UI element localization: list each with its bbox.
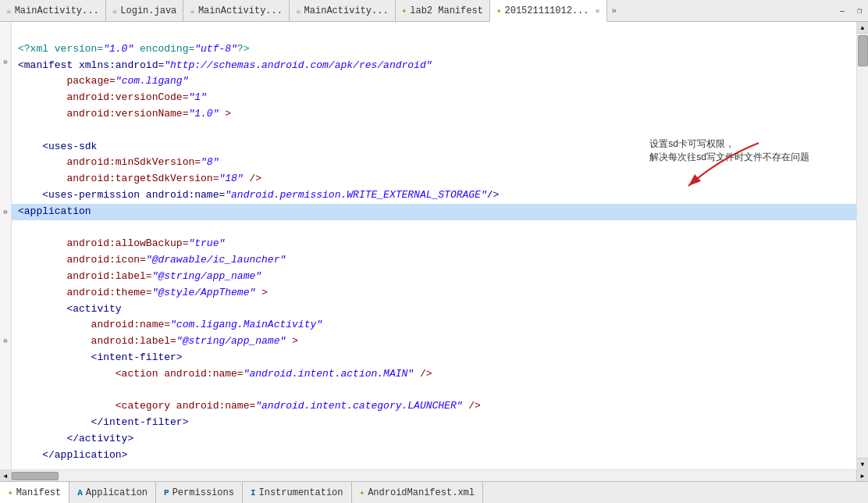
icon-attr: android:icon="@drawable/ic_launcher" bbox=[18, 254, 286, 266]
application-tab-label: Application bbox=[86, 487, 148, 498]
manifest-tag: <manifest xmlns:android="http://schemas.… bbox=[18, 59, 432, 71]
horizontal-scrollbar[interactable]: ◄ ► bbox=[0, 469, 868, 481]
androidmanifest-tab-label: AndroidManifest.xml bbox=[368, 487, 475, 498]
scroll-left-button[interactable]: ◄ bbox=[0, 470, 12, 481]
androidmanifest-tab-icon: ✦ bbox=[360, 487, 365, 498]
collapse-btn-1[interactable]: ⊖ bbox=[1, 58, 10, 67]
collapse-btn-2[interactable]: ⊖ bbox=[1, 207, 10, 216]
scroll-track-horizontal bbox=[12, 470, 856, 481]
uses-permission-tag: <uses-permission android:name="android.p… bbox=[18, 189, 499, 201]
allow-backup-attr: android:allowBackup="true" bbox=[18, 237, 225, 249]
bottom-tab-bar: ✦ Manifest A Application P Permissions I… bbox=[0, 481, 868, 503]
version-code-attr: android:versionCode="1" bbox=[18, 91, 207, 103]
activity-tag: <activity bbox=[18, 303, 122, 315]
java-icon: ☕ bbox=[6, 5, 12, 16]
scroll-up-button[interactable]: ▲ bbox=[857, 22, 868, 34]
overflow-label: » bbox=[612, 6, 617, 16]
manifest-icon-2: ✦ bbox=[496, 5, 502, 16]
code-content: <?xml version="1.0" encoding="utf-8"?> <… bbox=[12, 22, 856, 469]
tab-bar: ☕ MainActivity... ☕ Login.java ☕ MainAct… bbox=[0, 0, 868, 22]
tab-lab2-manifest[interactable]: ✦ lab2 Manifest bbox=[396, 0, 490, 21]
restore-button[interactable]: ❐ bbox=[851, 3, 868, 19]
manifest-tab-icon: ✦ bbox=[8, 487, 13, 498]
scroll-thumb-vertical[interactable] bbox=[858, 35, 868, 66]
version-name-attr: android:versionName="1.0" > bbox=[18, 108, 231, 120]
tab-application[interactable]: A Application bbox=[69, 482, 156, 503]
scroll-right-button[interactable]: ► bbox=[856, 470, 868, 481]
minimize-button[interactable]: — bbox=[834, 3, 851, 19]
tab-label-5: lab2 Manifest bbox=[410, 5, 483, 16]
tab-overflow-button[interactable]: » bbox=[607, 0, 622, 21]
application-line: <application bbox=[12, 204, 856, 220]
category-attr: <category android:name="android.intent.c… bbox=[18, 400, 481, 412]
tab-main-activity-2[interactable]: ☕ MainActivity... bbox=[183, 0, 290, 21]
code-container[interactable]: <?xml version="1.0" encoding="utf-8"?> <… bbox=[12, 22, 856, 469]
intent-filter-tag: <intent-filter> bbox=[18, 351, 183, 363]
tab-androidmanifest-xml[interactable]: ✦ AndroidManifest.xml bbox=[352, 482, 483, 503]
java-icon-4: ☕ bbox=[296, 5, 301, 16]
permissions-tab-icon: P bbox=[164, 488, 169, 498]
theme-attr: android:theme="@style/AppTheme" > bbox=[18, 287, 268, 298]
instrumentation-tab-label: Instrumentation bbox=[259, 487, 343, 498]
min-sdk-attr: android:minSdkVersion="8" bbox=[18, 156, 219, 168]
tab-main-activity-1[interactable]: ☕ MainActivity... bbox=[0, 0, 106, 21]
collapse-btn-3[interactable]: ⊖ bbox=[1, 337, 10, 346]
left-gutter: ⊖ ⊖ ⊖ bbox=[0, 22, 12, 469]
activity-label-attr: android:label="@string/app_name" > bbox=[18, 335, 298, 347]
intent-filter-close-tag: </intent-filter> bbox=[18, 416, 188, 428]
application-close-tag: </application> bbox=[18, 449, 127, 461]
scroll-down-button[interactable]: ▼ bbox=[857, 458, 868, 469]
action-attr: <action android:name="android.intent.act… bbox=[18, 368, 432, 380]
xml-declaration: <?xml version="1.0" encoding="utf-8"?> bbox=[18, 43, 249, 55]
tab-close-button[interactable]: ✕ bbox=[596, 6, 600, 16]
tab-manifest[interactable]: ✦ Manifest bbox=[0, 482, 69, 503]
manifest-tab-label: Manifest bbox=[16, 487, 62, 498]
tab-201521[interactable]: ✦ 201521111012... ✕ bbox=[490, 0, 607, 22]
target-sdk-attr: android:targetSdkVersion="18" /> bbox=[18, 173, 261, 184]
label-attr-app: android:label="@string/app_name" bbox=[18, 270, 261, 282]
tab-permissions[interactable]: P Permissions bbox=[156, 482, 243, 503]
window-controls: — ❐ bbox=[834, 0, 868, 22]
tab-main-activity-3[interactable]: ☕ MainActivity... bbox=[290, 0, 396, 21]
tab-label-1: MainActivity... bbox=[15, 5, 99, 16]
manifest-icon-1: ✦ bbox=[402, 5, 407, 16]
vertical-scrollbar[interactable]: ▲ ▼ bbox=[856, 22, 868, 469]
tab-label-4: MainActivity... bbox=[304, 5, 389, 16]
application-tab-icon: A bbox=[77, 488, 83, 498]
tab-label-6: 201521111012... bbox=[504, 5, 589, 16]
java-icon-2: ☕ bbox=[112, 5, 118, 16]
tab-instrumentation[interactable]: I Instrumentation bbox=[243, 482, 352, 503]
instrumentation-tab-icon: I bbox=[251, 488, 256, 498]
tab-label-3: MainActivity... bbox=[198, 5, 283, 16]
permissions-tab-label: Permissions bbox=[173, 487, 234, 498]
java-icon-3: ☕ bbox=[190, 5, 195, 16]
editor-area: ⊖ ⊖ ⊖ <?xml version="1.0" encoding="utf-… bbox=[0, 22, 868, 469]
activity-close-tag: </activity> bbox=[18, 433, 133, 444]
activity-name-attr: android:name="com.ligang.MainActivity" bbox=[18, 319, 322, 330]
tab-login-java[interactable]: ☕ Login.java bbox=[106, 0, 184, 21]
uses-sdk-tag: <uses-sdk bbox=[18, 141, 97, 152]
tab-label-2: Login.java bbox=[120, 5, 176, 16]
package-attr: package="com.ligang" bbox=[18, 75, 188, 87]
scroll-thumb-horizontal[interactable] bbox=[12, 472, 59, 480]
